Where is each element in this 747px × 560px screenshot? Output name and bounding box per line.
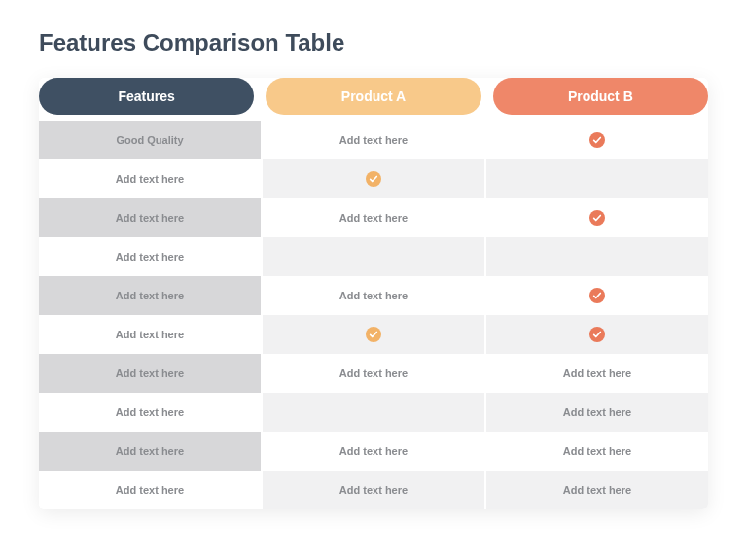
header-product-a: Product A	[266, 78, 480, 115]
feature-cell[interactable]: Add text here	[39, 159, 263, 198]
feature-cell[interactable]: Add text here	[39, 354, 263, 393]
product-b-cell[interactable]	[486, 315, 708, 354]
product-a-cell[interactable]: Add text here	[263, 471, 486, 509]
header-product-b: Product B	[493, 78, 708, 115]
header-features: Features	[39, 78, 254, 115]
feature-cell[interactable]: Add text here	[39, 432, 263, 471]
product-a-cell[interactable]: Add text here	[263, 354, 486, 393]
product-a-cell[interactable]	[263, 393, 486, 432]
check-icon	[589, 132, 605, 148]
check-icon	[589, 288, 605, 303]
page-title: Features Comparison Table	[39, 29, 708, 56]
table-row: Add text here	[39, 315, 708, 354]
comparison-table: Features Product A Product B Good Qualit…	[39, 78, 708, 509]
product-b-cell[interactable]	[486, 198, 708, 237]
product-b-cell[interactable]: Add text here	[486, 432, 708, 471]
feature-cell[interactable]: Add text here	[39, 237, 263, 276]
product-b-cell[interactable]: Add text here	[486, 471, 708, 509]
table-row: Add text here	[39, 237, 708, 276]
feature-cell[interactable]: Add text here	[39, 471, 263, 509]
table-row: Add text hereAdd text hereAdd text here	[39, 354, 708, 393]
table-row: Add text here	[39, 159, 708, 198]
table-row: Add text hereAdd text here	[39, 393, 708, 432]
product-b-cell[interactable]	[486, 121, 708, 159]
table-row: Add text hereAdd text here	[39, 198, 708, 237]
table-header-row: Features Product A Product B	[39, 78, 708, 121]
check-icon	[366, 171, 381, 187]
feature-cell[interactable]: Add text here	[39, 315, 263, 354]
table-body: Good QualityAdd text hereAdd text hereAd…	[39, 121, 708, 509]
product-a-cell[interactable]: Add text here	[263, 121, 486, 159]
product-a-cell[interactable]	[263, 237, 486, 276]
table-row: Good QualityAdd text here	[39, 121, 708, 159]
product-b-cell[interactable]	[486, 276, 708, 315]
check-icon	[589, 210, 605, 226]
table-row: Add text hereAdd text here	[39, 276, 708, 315]
table-row: Add text hereAdd text hereAdd text here	[39, 432, 708, 471]
product-a-cell[interactable]	[263, 315, 486, 354]
product-b-cell[interactable]	[486, 159, 708, 198]
feature-cell[interactable]: Good Quality	[39, 121, 263, 159]
product-a-cell[interactable]: Add text here	[263, 276, 486, 315]
feature-cell[interactable]: Add text here	[39, 276, 263, 315]
check-icon	[366, 327, 381, 342]
feature-cell[interactable]: Add text here	[39, 393, 263, 432]
product-a-cell[interactable]: Add text here	[263, 198, 486, 237]
table-row: Add text hereAdd text hereAdd text here	[39, 471, 708, 509]
product-a-cell[interactable]	[263, 159, 486, 198]
feature-cell[interactable]: Add text here	[39, 198, 263, 237]
product-b-cell[interactable]: Add text here	[486, 393, 708, 432]
product-a-cell[interactable]: Add text here	[263, 432, 486, 471]
product-b-cell[interactable]	[486, 237, 708, 276]
check-icon	[589, 327, 605, 342]
product-b-cell[interactable]: Add text here	[486, 354, 708, 393]
